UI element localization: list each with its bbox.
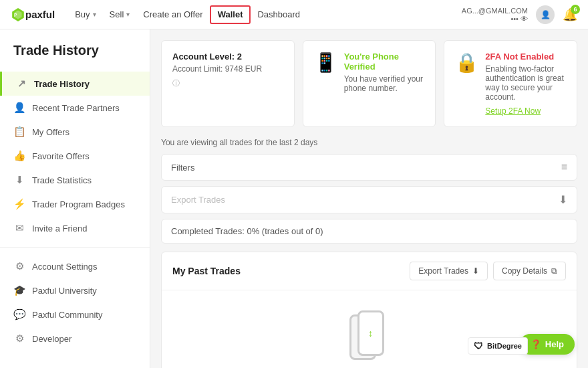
buy-chevron-icon: ▾ xyxy=(93,11,96,18)
help-button[interactable]: ❓ Help xyxy=(520,334,575,355)
account-help-icon[interactable]: ⓘ xyxy=(172,79,180,87)
copy-details-button[interactable]: Copy Details ⧉ xyxy=(493,262,566,280)
account-level-title: Account Level: 2 xyxy=(172,52,283,62)
developer-icon: ⚙ xyxy=(13,333,25,345)
community-icon: 💬 xyxy=(13,308,25,320)
sidebar-item-community[interactable]: 💬 Paxful Community xyxy=(0,302,150,327)
sidebar-item-invite[interactable]: ✉ Invite a Friend xyxy=(0,216,150,240)
offers-icon: 📋 xyxy=(13,126,25,138)
nav-buy[interactable]: Buy ▾ xyxy=(68,0,102,29)
nav-user-info: AG...@GMAIL.COM ••• 👁 xyxy=(462,7,528,23)
sidebar-item-developer[interactable]: ⚙ Developer xyxy=(0,327,150,351)
export-trades-button[interactable]: Export Trades ⬇ xyxy=(410,262,488,280)
sidebar-item-university[interactable]: 🎓 Paxful University xyxy=(0,278,150,302)
sidebar-item-recent-partners[interactable]: 👤 Recent Trade Partners xyxy=(0,96,150,120)
statistics-icon: ⬇ xyxy=(13,174,25,186)
logo[interactable]: P paxful xyxy=(11,7,55,22)
sidebar-item-trade-statistics[interactable]: ⬇ Trade Statistics xyxy=(0,168,150,192)
badges-icon: ⚡ xyxy=(13,198,25,210)
paxful-logo-icon: P xyxy=(11,7,25,22)
layout: Trade History ↗ Trade History 👤 Recent T… xyxy=(0,29,588,368)
trade-history-icon: ↗ xyxy=(15,78,27,90)
export-trades-btn-label: Export Trades xyxy=(418,266,468,276)
past-trades-header: My Past Trades Export Trades ⬇ Copy Deta… xyxy=(162,252,577,290)
empty-phone-mockup: ↕ xyxy=(349,310,390,364)
sidebar-title: Trade History xyxy=(0,43,150,72)
sidebar-divider xyxy=(0,247,150,248)
account-level-card: Account Level: 2 Account Limit: 9748 EUR… xyxy=(161,40,295,127)
favorites-icon: 👍 xyxy=(13,150,25,162)
completed-trades-bar: Completed Trades: 0% (trades out of 0) xyxy=(161,219,577,244)
logo-text: paxful xyxy=(25,9,55,20)
twofa-message: Enabling two-factor authentication is gr… xyxy=(485,64,566,102)
filters-label: Filters xyxy=(171,163,194,173)
info-cards: Account Level: 2 Account Limit: 9748 EUR… xyxy=(161,40,577,127)
university-icon: 🎓 xyxy=(13,284,25,296)
empty-state: ↕ You haven't traded yet. xyxy=(162,290,577,368)
export-label: Export Trades xyxy=(171,195,225,205)
svg-text:P: P xyxy=(14,12,17,17)
phone-verified-card: 📱 You're Phone Verified You have verifie… xyxy=(303,40,436,127)
help-icon: ❓ xyxy=(531,339,541,349)
phone-verified-icon: 📱 xyxy=(314,52,337,74)
nav-right: AG...@GMAIL.COM ••• 👁 👤 🔔 6 xyxy=(462,5,577,24)
nav-wallet[interactable]: Wallet xyxy=(210,5,251,24)
filter-bar: Filters ≡ xyxy=(161,154,577,181)
export-trades-btn-icon: ⬇ xyxy=(472,266,479,276)
help-label: Help xyxy=(545,339,564,349)
sidebar-item-trade-history[interactable]: ↗ Trade History xyxy=(0,72,150,96)
twofa-setup-link[interactable]: Setup 2FA Now xyxy=(485,106,541,116)
twofa-icon: 🔒 xyxy=(455,52,478,74)
nav-sell[interactable]: Sell ▾ xyxy=(103,0,137,29)
twofa-card: 🔒 2FA Not Enabled Enabling two-factor au… xyxy=(444,40,577,127)
past-trades-title: My Past Trades xyxy=(172,266,241,276)
filter-icon[interactable]: ≡ xyxy=(561,161,567,173)
invite-icon: ✉ xyxy=(13,222,25,234)
export-download-icon[interactable]: ⬇ xyxy=(559,193,567,206)
sidebar-item-account-settings[interactable]: ⚙ Account Settings xyxy=(0,254,150,278)
past-trades-actions: Export Trades ⬇ Copy Details ⧉ xyxy=(410,262,566,280)
phone-verified-message: You have verified your phone number. xyxy=(344,74,425,93)
sidebar-item-trader-badges[interactable]: ⚡ Trader Program Badges xyxy=(0,192,150,216)
main-content: Account Level: 2 Account Limit: 9748 EUR… xyxy=(150,29,588,368)
nav-avatar[interactable]: 👤 xyxy=(536,5,555,24)
bitdegree-label: BitDegree xyxy=(487,342,522,350)
partners-icon: 👤 xyxy=(13,102,25,114)
account-limit: Account Limit: 9748 EUR xyxy=(172,64,283,74)
twofa-title: 2FA Not Enabled xyxy=(485,52,566,62)
completed-trades-text: Completed Trades: 0% (trades out of 0) xyxy=(171,226,323,236)
navbar: P paxful Buy ▾ Sell ▾ Create an Offer Wa… xyxy=(0,0,588,29)
bitdegree-icon: 🛡 xyxy=(474,341,483,351)
viewing-notice: You are viewing all trades for the last … xyxy=(161,138,577,147)
notification-badge: 6 xyxy=(571,5,580,14)
bitdegree-badge[interactable]: 🛡 BitDegree xyxy=(468,337,528,355)
sidebar-item-my-offers[interactable]: 📋 My Offers xyxy=(0,120,150,144)
export-bar: Export Trades ⬇ xyxy=(161,186,577,213)
sell-chevron-icon: ▾ xyxy=(126,11,130,18)
nav-user-email: AG...@GMAIL.COM xyxy=(462,7,528,15)
nav-dashboard[interactable]: Dashboard xyxy=(251,0,307,29)
copy-details-btn-label: Copy Details xyxy=(502,266,547,276)
phone-verified-status: You're Phone Verified xyxy=(344,52,425,72)
nav-user-dots: ••• 👁 xyxy=(510,15,528,23)
nav-create-offer[interactable]: Create an Offer xyxy=(136,0,209,29)
settings-icon: ⚙ xyxy=(13,260,25,272)
nav-bell[interactable]: 🔔 6 xyxy=(563,7,577,22)
copy-details-btn-icon: ⧉ xyxy=(551,266,557,276)
sidebar-item-favorite-offers[interactable]: 👍 Favorite Offers xyxy=(0,144,150,168)
sidebar: Trade History ↗ Trade History 👤 Recent T… xyxy=(0,29,150,368)
